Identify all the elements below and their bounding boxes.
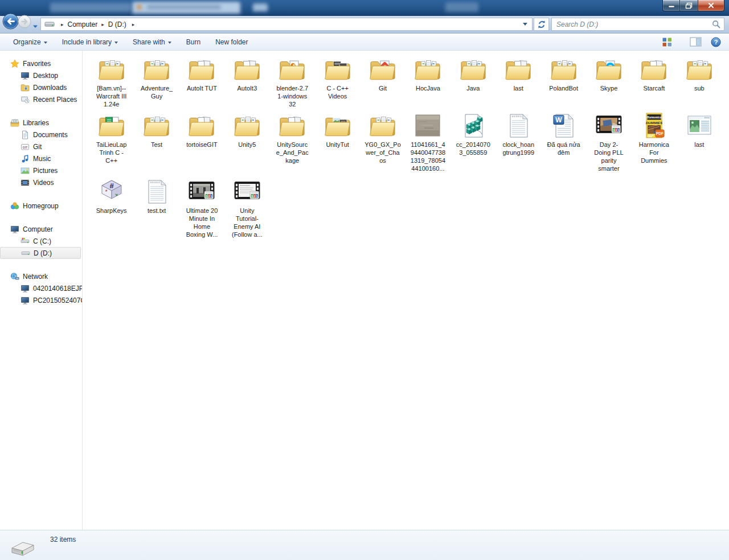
organize-label: Organize: [13, 38, 41, 46]
file-tile[interactable]: sub: [677, 56, 722, 92]
sidebar-item-label: Documents: [33, 131, 68, 139]
sidebar-item-videos[interactable]: Videos: [0, 176, 82, 188]
refresh-button[interactable]: [534, 18, 549, 31]
svg-text:#: #: [109, 182, 114, 190]
file-tile[interactable]: Unity5: [224, 112, 269, 149]
explorer-window: ▸ Computer ▸ D (D:) ▸ Organize: [0, 0, 729, 560]
minimize-button[interactable]: [662, 0, 679, 11]
video-thumbnail-icon: 321: [234, 178, 261, 205]
breadcrumb-computer[interactable]: Computer: [68, 20, 98, 28]
svg-text:DUMMIES: DUMMIES: [646, 121, 663, 125]
file-list-view: [Bam.vn]-- Warcraft III 1.24eAdventure_ …: [83, 51, 729, 530]
video-thumbnail-icon: 321: [188, 178, 215, 205]
file-tile[interactable]: clock_hoan gtrung1999: [496, 112, 541, 157]
sidebar-item-downloads[interactable]: Downloads: [0, 81, 82, 93]
file-tile[interactable]: UnityTut: [315, 112, 360, 149]
file-tile[interactable]: 321Day 2- Doing PLL parity smarter: [586, 112, 631, 172]
file-tile[interactable]: 321Unity Tutorial- Enemy AI (Follow a...: [224, 178, 269, 238]
file-tile[interactable]: UnitySourc e_And_Pac kage: [270, 112, 315, 164]
sidebar-item-d-d-[interactable]: D (D:): [0, 247, 81, 259]
burn-button[interactable]: Burn: [186, 38, 200, 46]
sidebar-section-libraries: LibrariesDocumentsGITGitMusicPicturesVid…: [0, 117, 82, 188]
file-label: Adventure_ Guy: [141, 84, 173, 100]
file-tile[interactable]: Git: [360, 56, 405, 92]
sidebar-item-network[interactable]: Network: [0, 270, 82, 282]
breadcrumb-current-drive[interactable]: D (D:): [108, 20, 126, 28]
address-history-dropdown[interactable]: [523, 23, 527, 26]
sidebar-item-pc2015052407oo[interactable]: PC2015052407OO: [0, 294, 82, 306]
svg-text:3: 3: [206, 195, 208, 198]
file-tile[interactable]: Java: [450, 56, 495, 92]
sidebar-item-computer[interactable]: Computer: [0, 223, 82, 235]
file-label: [Bam.vn]-- Warcraft III 1.24e: [96, 84, 126, 108]
sidebar-item-git[interactable]: GITGit: [0, 141, 82, 153]
burn-label: Burn: [186, 38, 200, 46]
file-tile[interactable]: TaiLieuLap Trinh C - C++: [89, 112, 134, 164]
new-folder-button[interactable]: New folder: [215, 38, 248, 46]
file-tile[interactable]: [Bam.vn]-- Warcraft III 1.24e: [89, 56, 134, 108]
sidebar-item-favorites[interactable]: Favorites: [0, 57, 82, 69]
desktop-icon: [21, 71, 30, 80]
file-tile[interactable]: YG0_GX_Po wer_of_Cha os: [360, 112, 405, 164]
forward-button[interactable]: [18, 15, 31, 31]
file-tile[interactable]: C - C++ Videos: [315, 56, 360, 100]
file-tile[interactable]: HarmonicaDUMMIESPDFHarmonica For Dummies: [632, 112, 677, 164]
file-tile[interactable]: test.txt: [134, 178, 179, 215]
file-label: C - C++ Videos: [326, 84, 349, 100]
file-tile[interactable]: ##SharpKeys: [89, 178, 134, 215]
file-tile[interactable]: SSkype: [586, 56, 631, 92]
restore-button[interactable]: [679, 0, 698, 11]
file-tile[interactable]: Adventure_ Guy: [134, 56, 179, 100]
address-bar[interactable]: ▸ Computer ▸ D (D:) ▸: [40, 18, 533, 31]
back-icon: [2, 13, 19, 30]
sidebar-item-label: Git: [33, 143, 42, 151]
sidebar-item-recent-places[interactable]: Recent Places: [0, 93, 82, 105]
file-tile[interactable]: AutoIt3: [224, 56, 269, 92]
svg-text:3: 3: [251, 195, 253, 198]
sidebar-item-documents[interactable]: Documents: [0, 129, 82, 141]
title-bar: [0, 0, 729, 16]
network-pc-icon: [21, 284, 30, 293]
sidebar-item-music[interactable]: Music: [0, 153, 82, 164]
file-tile[interactable]: cc_2014070 3_055859: [450, 112, 495, 157]
sidebar-item-0420140618ejp[interactable]: 0420140618EJP: [0, 282, 82, 294]
command-toolbar: Organize Include in library Share with B…: [0, 34, 729, 51]
sidebar-item-desktop[interactable]: Desktop: [0, 69, 82, 81]
file-tile[interactable]: last: [496, 56, 541, 92]
chevron-down-icon: [32, 24, 38, 29]
background-window-tab: [253, 3, 268, 11]
file-label: Đã quá nửa đêm: [547, 141, 580, 157]
change-view-button[interactable]: [662, 37, 677, 47]
file-tile[interactable]: Test: [134, 112, 179, 149]
sidebar-item-homegroup[interactable]: Homegroup: [0, 200, 82, 212]
organize-button[interactable]: Organize: [13, 38, 47, 46]
close-button[interactable]: [698, 0, 724, 11]
file-tile[interactable]: HocJava: [406, 56, 450, 92]
recent-pages-dropdown[interactable]: [32, 21, 38, 31]
file-tile[interactable]: last: [677, 112, 722, 149]
file-tile[interactable]: Starcaft: [632, 56, 677, 92]
file-tile[interactable]: blender-2.7 1-windows 32: [270, 56, 315, 108]
file-label: clock_hoan gtrung1999: [502, 141, 534, 157]
preview-pane-button[interactable]: [690, 37, 702, 47]
file-tile[interactable]: WĐã quá nửa đêm: [541, 112, 586, 157]
file-label: Day 2- Doing PLL parity smarter: [594, 141, 623, 172]
file-tile[interactable]: 321Ultimate 20 Minute In Home Boxing W..…: [179, 178, 224, 238]
share-with-button[interactable]: Share with: [133, 38, 171, 46]
sidebar-item-c-c-[interactable]: C (C:): [0, 235, 82, 247]
sidebar-item-pictures[interactable]: Pictures: [0, 164, 82, 176]
file-tile[interactable]: 11041661_4 9440047738 1319_78054 4410016…: [406, 112, 450, 172]
image-file-icon: [686, 112, 713, 139]
help-button[interactable]: ?: [711, 37, 721, 47]
sidebar-item-libraries[interactable]: Libraries: [0, 117, 82, 129]
file-tile[interactable]: PolandBot: [541, 56, 586, 92]
window-controls: [662, 0, 724, 11]
sidebar-item-label: D (D:): [34, 249, 52, 257]
file-tile[interactable]: tortoiseGIT: [179, 112, 224, 149]
search-input[interactable]: [552, 20, 712, 28]
svg-text:W: W: [555, 116, 562, 124]
back-button[interactable]: [2, 13, 19, 32]
file-tile[interactable]: AutoIt TUT: [179, 56, 224, 92]
include-in-library-button[interactable]: Include in library: [62, 38, 118, 46]
file-row: ##SharpKeystest.txt321Ultimate 20 Minute…: [89, 178, 729, 238]
